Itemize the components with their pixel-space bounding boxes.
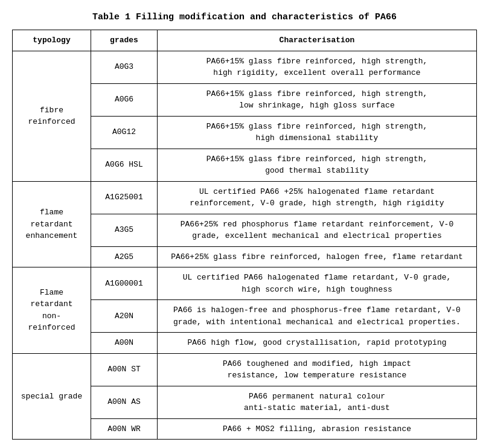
characterisation-cell: PA66+15% glass fibre reinforced, high st… [158, 149, 477, 181]
characterisation-cell: PA66+15% glass fibre reinforced, high st… [158, 116, 477, 149]
grade-cell: A3G5 [91, 214, 158, 246]
grade-cell: A0G12 [91, 116, 158, 149]
characterisation-cell: PA66 + MOS2 filling, abrasion resistance [158, 418, 477, 440]
characterisation-cell: UL certified PA66 +25% halogenated flame… [158, 181, 477, 214]
page-wrapper: Table 1 Filling modification and charact… [12, 12, 477, 440]
header-characterisation: Characterisation [158, 30, 477, 51]
characterisation-cell: PA66 permanent natural colour anti-stati… [158, 386, 477, 418]
characterisation-cell: PA66+25% glass fibre reinforced, halogen… [158, 246, 477, 267]
grade-cell: A2G5 [91, 246, 158, 267]
header-typology: typology [13, 30, 91, 51]
grade-cell: A20N [91, 300, 158, 333]
characterisation-cell: PA66+15% glass fibre reinforced, high st… [158, 83, 477, 116]
characterisation-cell: PA66+15% glass fibre reinforced, high st… [158, 51, 477, 83]
typology-cell: fibre reinforced [13, 51, 91, 181]
header-grades: grades [91, 30, 158, 51]
table-row: fibre reinforcedA0G3PA66+15% glass fibre… [13, 51, 477, 83]
table-row: special gradeA00N STPA66 toughened and m… [13, 353, 477, 386]
main-table: typology grades Characterisation fibre r… [12, 30, 477, 440]
grade-cell: A0G6 [91, 83, 158, 116]
typology-cell: flame retardant enhancement [13, 181, 91, 267]
grade-cell: A00N WR [91, 418, 158, 440]
grade-cell: A0G3 [91, 51, 158, 83]
grade-cell: A1G00001 [91, 267, 158, 300]
typology-cell: Flame retardant non-reinforced [13, 267, 91, 354]
table-row: flame retardant enhancementA1G25001UL ce… [13, 181, 477, 214]
characterisation-cell: PA66 high flow, good crystallisation, ra… [158, 333, 477, 354]
grade-cell: A1G25001 [91, 181, 158, 214]
characterisation-cell: PA66 toughened and modified, high impact… [158, 353, 477, 386]
grade-cell: A0G6 HSL [91, 149, 158, 181]
grade-cell: A00N [91, 333, 158, 354]
characterisation-cell: PA66+25% red phosphorus flame retardant … [158, 214, 477, 246]
typology-cell: special grade [13, 353, 91, 440]
characterisation-cell: UL certified PA66 halogenated flame reta… [158, 267, 477, 300]
table-title: Table 1 Filling modification and charact… [12, 12, 477, 22]
grade-cell: A00N ST [91, 353, 158, 386]
table-row: Flame retardant non-reinforcedA1G00001UL… [13, 267, 477, 300]
grade-cell: A00N AS [91, 386, 158, 418]
characterisation-cell: PA66 is halogen-free and phosphorus-free… [158, 300, 477, 333]
